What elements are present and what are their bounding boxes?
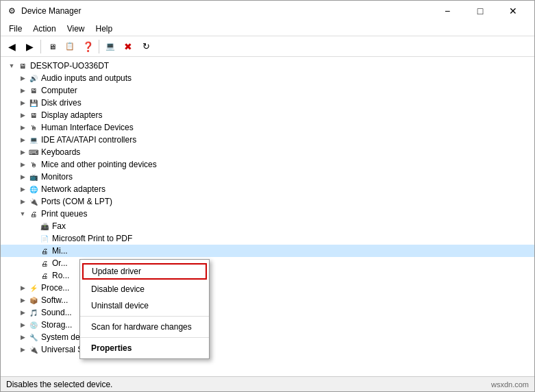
status-bar: Disables the selected device. wsxdn.com: [1, 376, 534, 391]
label-sound: Sound...: [41, 308, 72, 317]
tree-item-kbd[interactable]: ▶ ⌨ Keyboards: [1, 146, 534, 158]
label-soft: Softw...: [41, 295, 68, 305]
close-button[interactable]: ✕: [497, 1, 529, 21]
menu-action[interactable]: Action: [27, 23, 61, 35]
ctx-uninstall-device[interactable]: Uninstall device: [80, 297, 209, 314]
menu-help[interactable]: Help: [90, 23, 119, 35]
expand-audio: ▶: [17, 73, 28, 84]
title-bar-icon: ⚙: [6, 5, 17, 16]
toolbar-devmgr[interactable]: 🖥: [44, 38, 60, 55]
tree-item-mi[interactable]: 🖨 Mi...: [1, 245, 534, 257]
icon-monitors: 📺: [28, 171, 39, 182]
menu-view[interactable]: View: [62, 23, 90, 35]
label-print: Print queues: [41, 209, 87, 219]
tree-item-audio[interactable]: ▶ 🔊 Audio inputs and outputs: [1, 72, 534, 84]
label-mspdf: Microsoft Print to PDF: [52, 234, 132, 243]
icon-root: 🖥: [17, 60, 28, 71]
status-right: wsxdn.com: [491, 380, 529, 389]
expand-computer: ▶: [17, 85, 28, 96]
tree-item-mspdf[interactable]: 📄 Microsoft Print to PDF: [1, 232, 534, 245]
ctx-properties[interactable]: Properties: [80, 340, 209, 356]
toolbar-back[interactable]: ◀: [3, 38, 20, 55]
tree-item-display[interactable]: ▶ 🖥 Display adapters: [1, 109, 534, 121]
maximize-button[interactable]: □: [464, 1, 496, 21]
toolbar-help[interactable]: ❓: [79, 38, 96, 55]
icon-or: 🖨: [39, 258, 50, 269]
icon-fax: 📠: [39, 221, 50, 232]
ctx-sep2: [80, 337, 209, 338]
menu-bar: File Action View Help: [1, 21, 534, 36]
label-root: DESKTOP-UO336DT: [30, 61, 109, 71]
label-computer: Computer: [41, 86, 77, 95]
toolbar-remove[interactable]: ✖: [120, 38, 136, 55]
tree-item-print[interactable]: ▼ 🖨 Print queues: [1, 208, 534, 220]
expand-or: [28, 258, 39, 269]
toolbar-props[interactable]: 📋: [62, 38, 78, 55]
label-storage: Storag...: [41, 320, 72, 330]
icon-hid: 🖱: [28, 122, 39, 133]
tree-item-monitors[interactable]: ▶ 📺 Monitors: [1, 171, 534, 183]
expand-hid: ▶: [17, 122, 28, 133]
title-bar-text: Device Manager: [21, 6, 432, 16]
expand-disk: ▶: [17, 97, 28, 108]
tree-item-ports[interactable]: ▶ 🔌 Ports (COM & LPT): [1, 195, 534, 208]
toolbar-forward[interactable]: ▶: [21, 38, 38, 55]
icon-usb: 🔌: [28, 344, 39, 355]
tree-item-root[interactable]: ▼ 🖥 DESKTOP-UO336DT: [1, 60, 534, 72]
expand-display: ▶: [17, 110, 28, 121]
minimize-button[interactable]: −: [432, 1, 463, 21]
content-area: ▼ 🖥 DESKTOP-UO336DT ▶ 🔊 Audio inputs and…: [1, 57, 534, 376]
label-mice: Mice and other pointing devices: [41, 160, 157, 169]
expand-ports: ▶: [17, 196, 28, 207]
expand-root: ▼: [6, 60, 17, 71]
toolbar-sep1: [40, 40, 41, 53]
expand-usb: ▶: [17, 344, 28, 355]
tree-item-mice[interactable]: ▶ 🖱 Mice and other pointing devices: [1, 158, 534, 171]
tree-item-hid[interactable]: ▶ 🖱 Human Interface Devices: [1, 121, 534, 134]
toolbar: ◀ ▶ 🖥 📋 ❓ 💻 ✖ ↻: [1, 36, 534, 57]
tree-item-fax[interactable]: 📠 Fax: [1, 220, 534, 232]
expand-print: ▼: [17, 208, 28, 219]
expand-fax: [28, 221, 39, 232]
label-fax: Fax: [52, 221, 66, 231]
label-hid: Human Interface Devices: [41, 123, 134, 132]
ctx-sep1: [80, 316, 209, 317]
label-proc: Proce...: [41, 283, 69, 293]
label-disk: Disk drives: [41, 98, 82, 108]
toolbar-scan[interactable]: ↻: [138, 38, 154, 55]
tree-item-computer[interactable]: ▶ 🖥 Computer: [1, 84, 534, 97]
expand-mspdf: [28, 233, 39, 244]
menu-file[interactable]: File: [3, 23, 27, 35]
icon-ports: 🔌: [28, 196, 39, 207]
icon-ro: 🖨: [39, 270, 50, 281]
icon-audio: 🔊: [28, 73, 39, 84]
label-ide: IDE ATA/ATAPI controllers: [41, 135, 136, 145]
ctx-disable-device[interactable]: Disable device: [80, 281, 209, 297]
expand-ro: [28, 270, 39, 281]
label-display: Display adapters: [41, 110, 102, 120]
tree-item-network[interactable]: ▶ 🌐 Network adapters: [1, 183, 534, 195]
label-audio: Audio inputs and outputs: [41, 73, 132, 83]
icon-network: 🌐: [28, 184, 39, 195]
toolbar-devmgr2[interactable]: 💻: [102, 38, 119, 55]
status-text: Disables the selected device.: [6, 380, 491, 389]
tree-item-ide[interactable]: ▶ 💻 IDE ATA/ATAPI controllers: [1, 134, 534, 146]
icon-print: 🖨: [28, 208, 39, 219]
ctx-scan-hardware[interactable]: Scan for hardware changes: [80, 319, 209, 335]
label-ports: Ports (COM & LPT): [41, 197, 112, 206]
expand-proc: ▶: [17, 282, 28, 293]
label-mi: Mi...: [52, 246, 68, 256]
ctx-update-driver[interactable]: Update driver: [82, 263, 207, 280]
icon-sysdev: 🔧: [28, 332, 39, 343]
icon-proc: ⚡: [28, 282, 39, 293]
expand-mice: ▶: [17, 159, 28, 170]
expand-sysdev: ▶: [17, 332, 28, 343]
icon-computer: 🖥: [28, 85, 39, 96]
expand-monitors: ▶: [17, 171, 28, 182]
icon-kbd: ⌨: [28, 147, 39, 158]
expand-soft: ▶: [17, 295, 28, 306]
icon-display: 🖥: [28, 110, 39, 121]
icon-storage: 💿: [28, 319, 39, 330]
label-network: Network adapters: [41, 184, 105, 194]
tree-item-disk[interactable]: ▶ 💾 Disk drives: [1, 97, 534, 109]
